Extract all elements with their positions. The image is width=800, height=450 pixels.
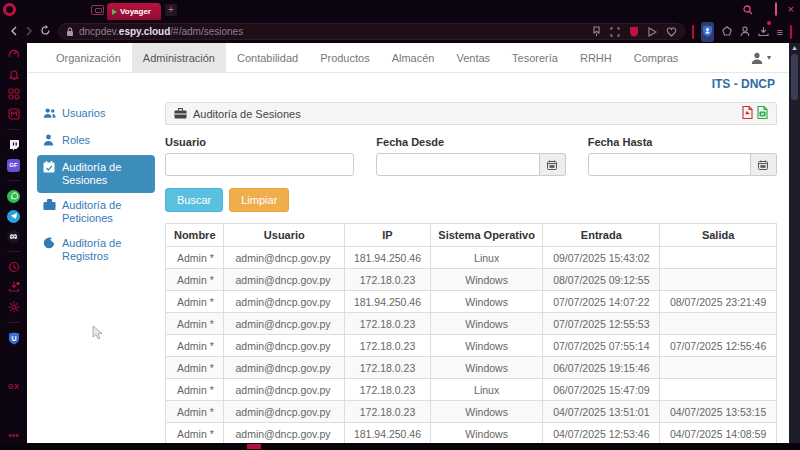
easy-setup-icon[interactable]: ≡	[777, 26, 783, 38]
table-header-cell[interactable]: IP	[345, 224, 431, 247]
cell-entrada: 09/07/2025 15:43:02	[543, 247, 660, 269]
account-label: ITS - DNCP	[712, 77, 775, 91]
pin-icon[interactable]	[592, 23, 601, 41]
table-header-cell[interactable]: Sistema Operativo	[430, 224, 543, 247]
navbar-menu-item[interactable]: Productos	[309, 43, 381, 72]
app-navbar: Organización Administración Contabilidad…	[27, 43, 789, 73]
sidebar-item-auditoria-registros[interactable]: Auditoría de Registros	[37, 231, 155, 269]
twitch-icon[interactable]	[7, 138, 21, 152]
cell-usuario: admin@dncp.gov.py	[224, 335, 345, 357]
navbar-menu-item[interactable]: Almacén	[381, 43, 446, 72]
sidebar-item-auditoria-sesiones[interactable]: Auditoría de Sesiones	[37, 155, 155, 193]
gx-speed-icon[interactable]	[7, 47, 21, 61]
maximize-icon[interactable]	[775, 3, 777, 16]
sidebar-item-usuarios[interactable]: Usuarios	[37, 101, 155, 128]
table-row[interactable]: Admin * admin@dncp.gov.py 181.94.250.46 …	[166, 291, 777, 313]
table-row[interactable]: Admin * admin@dncp.gov.py 172.18.0.23 Wi…	[166, 269, 777, 291]
cell-entrada: 07/07/2025 12:55:53	[543, 313, 660, 335]
cell-nombre: Admin *	[166, 379, 224, 401]
cell-usuario: admin@dncp.gov.py	[224, 423, 345, 444]
excel-export-icon[interactable]	[757, 105, 768, 123]
discord-icon[interactable]	[7, 229, 21, 243]
table-header-cell[interactable]: Salida	[660, 224, 777, 247]
screenshot-icon[interactable]	[610, 23, 620, 41]
scrollbar-thumb[interactable]	[791, 54, 798, 100]
gx-corner-icon[interactable]	[91, 5, 104, 15]
mods-grid-icon[interactable]	[7, 87, 21, 101]
cell-salida	[660, 379, 777, 401]
cell-salida	[660, 357, 777, 379]
whatsapp-icon[interactable]	[7, 189, 21, 203]
profile-icon[interactable]	[740, 23, 750, 41]
sidebar-item-roles[interactable]: Roles	[37, 128, 155, 155]
table-row[interactable]: Admin * admin@dncp.gov.py 181.94.250.46 …	[166, 247, 777, 269]
address-bar[interactable]: dncpdev.espy.cloud/#/adm/sesiones	[58, 23, 685, 40]
back-icon[interactable]	[10, 25, 18, 39]
filter-form: Usuario Fecha Desde	[165, 136, 777, 176]
table-header-cell[interactable]: Nombre	[166, 224, 224, 247]
settings-gear-icon[interactable]	[7, 300, 21, 314]
navbar-menu-item[interactable]: Administración	[132, 43, 226, 72]
flow-send-icon[interactable]	[648, 23, 657, 41]
table-header-cell[interactable]: Usuario	[224, 224, 345, 247]
limpiar-button[interactable]: Limpiar	[229, 188, 289, 212]
notifications-bell-icon[interactable]	[7, 67, 21, 81]
table-header-cell[interactable]: Entrada	[543, 224, 660, 247]
cell-salida: 04/07/2025 14:08:59	[660, 423, 777, 444]
url-text: dncpdev.espy.cloud/#/adm/sesiones	[79, 26, 243, 37]
forward-icon[interactable]	[25, 25, 33, 39]
adblock-badge-icon[interactable]	[629, 23, 639, 41]
telegram-icon[interactable]	[7, 209, 21, 223]
fecha-desde-calendar-button[interactable]	[540, 153, 566, 176]
navbar-menu-item[interactable]: Organización	[45, 43, 132, 72]
page-scrollbar[interactable]: ▲	[789, 43, 800, 443]
navbar-menu-item[interactable]: Tesorería	[501, 43, 569, 72]
scrollbar-up-arrow-icon[interactable]: ▲	[791, 43, 798, 53]
ublock-shield-icon[interactable]: U	[7, 331, 21, 345]
gx-sidebar-divider	[7, 251, 20, 252]
cell-usuario: admin@dncp.gov.py	[224, 379, 345, 401]
reload-icon[interactable]	[40, 25, 51, 39]
usuario-input[interactable]	[165, 153, 354, 176]
table-row[interactable]: Admin * admin@dncp.gov.py 181.94.250.46 …	[166, 423, 777, 444]
favorites-heart-icon[interactable]	[666, 23, 677, 41]
messenger-m-icon[interactable]	[7, 107, 21, 121]
opera-gx-logo-icon[interactable]	[3, 3, 16, 16]
fecha-hasta-input[interactable]	[588, 153, 751, 176]
more-dots-icon[interactable]: •••	[8, 433, 19, 439]
pdf-export-icon[interactable]	[742, 105, 753, 123]
cell-sistema-operativo: Windows	[430, 401, 543, 423]
gx-logo-icon[interactable]: GX	[7, 379, 21, 393]
navbar-menu-item[interactable]: Contabilidad	[226, 43, 309, 72]
navbar-menu-item[interactable]: RRHH	[569, 43, 623, 72]
cell-sistema-operativo: Windows	[430, 335, 543, 357]
downloads-icon[interactable]	[758, 23, 769, 41]
table-row[interactable]: Admin * admin@dncp.gov.py 172.18.0.23 Li…	[166, 379, 777, 401]
fecha-hasta-calendar-button[interactable]	[751, 153, 777, 176]
close-icon[interactable]: ×	[788, 3, 794, 16]
search-icon[interactable]	[743, 5, 753, 15]
users-icon	[43, 107, 56, 122]
new-tab-button[interactable]: +	[165, 4, 177, 16]
fecha-desde-input[interactable]	[376, 153, 539, 176]
table-row[interactable]: Admin * admin@dncp.gov.py 172.18.0.23 Wi…	[166, 357, 777, 379]
cell-ip: 172.18.0.23	[345, 401, 431, 423]
cell-entrada: 07/07/2025 14:07:22	[543, 291, 660, 313]
table-row[interactable]: Admin * admin@dncp.gov.py 172.18.0.23 Wi…	[166, 313, 777, 335]
install-icon[interactable]	[7, 280, 21, 294]
browser-tab-voyager[interactable]: Voyager	[107, 3, 161, 20]
fecha-desde-field-label: Fecha Desde	[376, 136, 565, 148]
table-row[interactable]: Admin * admin@dncp.gov.py 172.18.0.23 Wi…	[166, 335, 777, 357]
main-panel: Auditoría de Sesiones	[157, 99, 789, 443]
navbar-menu-item[interactable]: Compras	[623, 43, 690, 72]
user-menu[interactable]: ▾	[750, 43, 789, 72]
cell-sistema-operativo: Linux	[430, 247, 543, 269]
history-clock-icon[interactable]	[7, 260, 21, 274]
table-row[interactable]: Admin * admin@dncp.gov.py 172.18.0.23 Wi…	[166, 401, 777, 423]
buscar-button[interactable]: Buscar	[165, 188, 223, 212]
navbar-menu-item[interactable]: Ventas	[445, 43, 501, 72]
pinboard-icon[interactable]	[722, 23, 732, 41]
gx-store-icon[interactable]: GF	[7, 158, 21, 172]
sidebar-item-auditoria-peticiones[interactable]: Auditoría de Peticiones	[37, 193, 155, 231]
vpn-shield-icon[interactable]	[701, 22, 714, 42]
